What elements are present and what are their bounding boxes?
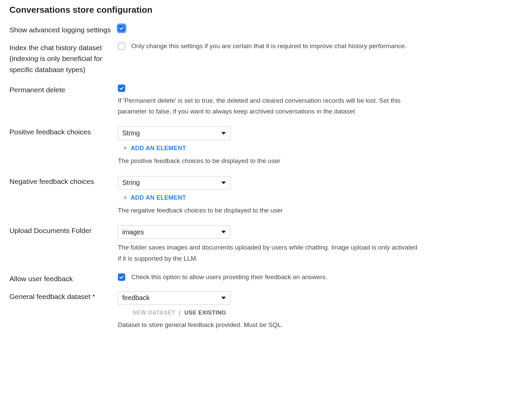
chevron-down-icon — [221, 231, 226, 233]
help-permanent-delete: If 'Permanent delete' is set to true, th… — [118, 95, 421, 117]
chevron-down-icon — [221, 297, 226, 299]
label-index-history: Index the chat history dataset (indexing… — [9, 42, 118, 75]
label-positive-feedback: Positive feedback choices — [9, 127, 118, 138]
label-allow-feedback: Allow user feedback — [9, 273, 118, 285]
checkbox-index-history[interactable] — [118, 42, 125, 50]
select-value-upload-folder: images — [122, 228, 144, 236]
select-value-general-feedback: feedback — [122, 294, 149, 302]
label-negative-feedback: Negative feedback choices — [9, 176, 118, 187]
select-positive-feedback[interactable]: String — [118, 127, 230, 140]
select-negative-feedback[interactable]: String — [118, 176, 230, 190]
row-allow-feedback: Allow user feedback Check this option to… — [9, 273, 523, 285]
row-upload-folder: Upload Documents Folder images The folde… — [9, 225, 523, 264]
checkbox-permanent-delete[interactable] — [118, 85, 125, 92]
checkbox-show-advanced[interactable] — [118, 25, 125, 32]
label-general-feedback: General feedback dataset * — [9, 291, 118, 302]
section-title: Conversations store configuration — [9, 5, 523, 15]
plus-icon: + — [123, 194, 127, 201]
label-show-advanced: Show advanced logging settings — [9, 25, 118, 36]
hint-index-history: Only change this settings if you are cer… — [131, 42, 406, 50]
row-general-feedback: General feedback dataset * feedback NEW … — [9, 291, 523, 330]
add-element-label: ADD AN ELEMENT — [131, 194, 186, 201]
help-upload-folder: The folder saves images and documents up… — [118, 242, 421, 264]
check-icon — [119, 26, 124, 31]
add-element-label: ADD AN ELEMENT — [131, 145, 186, 152]
row-negative-feedback: Negative feedback choices String + ADD A… — [9, 176, 523, 216]
row-show-advanced: Show advanced logging settings — [9, 25, 523, 36]
hint-allow-feedback: Check this option to allow users providi… — [131, 273, 327, 281]
segmented-separator: | — [179, 309, 181, 316]
select-general-feedback[interactable]: feedback — [118, 291, 230, 305]
check-icon — [119, 274, 124, 280]
help-negative-feedback: The negative feedback choices to be disp… — [118, 205, 421, 216]
segmented-new-dataset[interactable]: NEW DATASET — [133, 309, 175, 316]
add-element-negative-feedback[interactable]: + ADD AN ELEMENT — [123, 194, 186, 201]
chevron-down-icon — [221, 182, 226, 184]
chevron-down-icon — [221, 132, 226, 135]
row-permanent-delete: Permanent delete If 'Permanent delete' i… — [9, 85, 523, 117]
check-icon — [119, 86, 124, 91]
row-index-history: Index the chat history dataset (indexing… — [9, 42, 523, 75]
label-upload-folder: Upload Documents Folder — [9, 225, 118, 236]
segmented-use-existing[interactable]: USE EXISTING — [185, 309, 226, 316]
select-value-positive-feedback: String — [122, 129, 140, 137]
select-upload-folder[interactable]: images — [118, 225, 230, 239]
help-positive-feedback: The positive feedback choices to be disp… — [118, 156, 421, 166]
help-general-feedback: Dataset to store general feedback provid… — [118, 320, 421, 330]
checkbox-allow-feedback[interactable] — [118, 273, 125, 281]
label-permanent-delete: Permanent delete — [9, 85, 118, 96]
row-positive-feedback: Positive feedback choices String + ADD A… — [9, 127, 523, 167]
add-element-positive-feedback[interactable]: + ADD AN ELEMENT — [123, 145, 186, 152]
select-value-negative-feedback: String — [122, 179, 140, 187]
plus-icon: + — [123, 145, 127, 152]
segmented-dataset-mode: NEW DATASET | USE EXISTING — [133, 309, 523, 316]
